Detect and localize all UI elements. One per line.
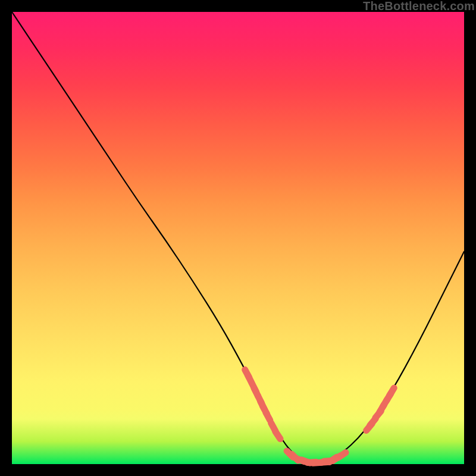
curve-marker — [390, 388, 394, 396]
watermark-text: TheBottleneck.com — [363, 0, 475, 13]
curve-markers — [245, 369, 394, 463]
curve-marker — [275, 431, 280, 439]
bottleneck-curve — [12, 12, 464, 462]
chart-frame — [12, 12, 464, 464]
curve-marker — [266, 412, 270, 420]
curve-marker — [339, 453, 346, 458]
chart-svg-layer — [12, 12, 464, 464]
